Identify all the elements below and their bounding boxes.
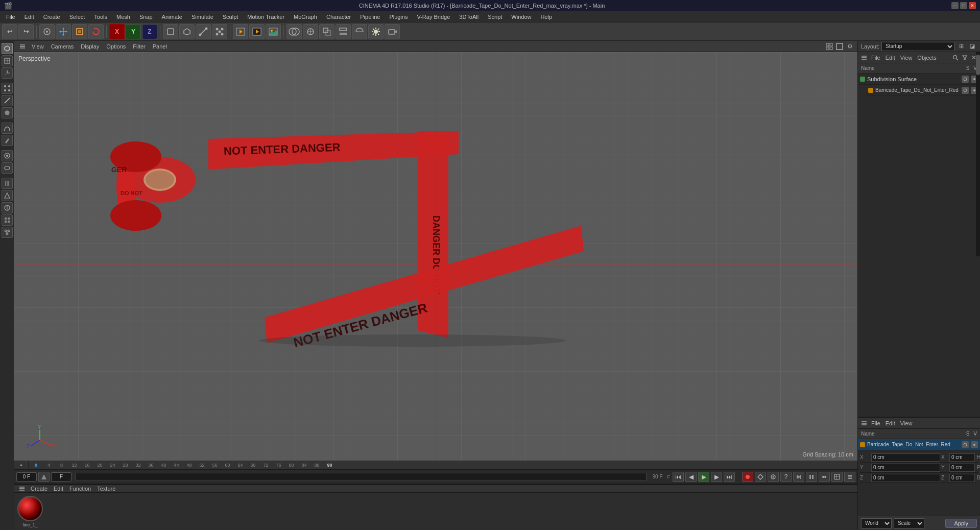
attr-x-pos-input[interactable] <box>871 453 940 462</box>
move-button[interactable] <box>56 24 71 39</box>
right-scrollbar-thumb[interactable] <box>976 55 980 75</box>
floor-button[interactable] <box>336 24 351 39</box>
goto-end-button[interactable]: ⏭ <box>724 472 735 482</box>
attr-view-menu[interactable]: View <box>898 420 915 427</box>
attr-apply-button[interactable]: Apply <box>945 519 977 528</box>
axis-y-button[interactable]: Y <box>126 24 141 39</box>
maximize-button[interactable]: □ <box>960 2 967 9</box>
menu-file[interactable]: File <box>2 13 19 21</box>
tool-extra-4[interactable] <box>2 227 13 238</box>
attr-z-pos-input[interactable] <box>871 474 940 482</box>
attr-y-pos-input[interactable] <box>871 464 940 472</box>
menu-plugins[interactable]: Plugins <box>385 13 412 21</box>
boole-button[interactable] <box>286 24 302 39</box>
menu-mesh[interactable]: Mesh <box>112 13 134 21</box>
menu-motion-tracker[interactable]: Motion Tracker <box>243 13 289 21</box>
obj-filter-icon[interactable] <box>961 54 969 62</box>
obj-row-barricade[interactable]: Barricade_Tape_Do_Not_Enter_Red <box>866 85 980 96</box>
vp-options-menu[interactable]: Options <box>103 43 129 50</box>
menu-vray-bridge[interactable]: V-Ray Bridge <box>413 13 454 21</box>
live-selection-button[interactable] <box>39 24 55 39</box>
tool-extra-1[interactable] <box>2 190 13 201</box>
tool-points[interactable] <box>2 83 13 94</box>
attr-sz-input[interactable] <box>949 474 975 482</box>
obj-view-menu[interactable]: View <box>898 54 915 61</box>
timeline-ruler[interactable]: ● 0 4 8 12 16 20 24 28 32 36 40 44 48 52… <box>14 461 857 470</box>
menu-character[interactable]: Character <box>322 13 355 21</box>
right-panel-scrollbar[interactable] <box>976 52 980 256</box>
close-button[interactable]: ✕ <box>969 2 976 9</box>
menu-tools[interactable]: Tools <box>90 13 111 21</box>
menu-mograph[interactable]: MoGraph <box>290 13 321 21</box>
vp-maximize-icon[interactable] <box>835 42 844 51</box>
timeline-more-4[interactable] <box>831 472 843 482</box>
playback-bar[interactable] <box>75 473 647 481</box>
key-pos-button[interactable]: ? <box>780 472 792 482</box>
attr-selected-object-row[interactable]: Barricade_Tape_Do_Not_Enter_Red <box>858 439 980 450</box>
layout-extra-2[interactable]: ◪ <box>968 42 977 51</box>
redo-button[interactable]: ↪ <box>18 24 34 39</box>
timeline-more-1[interactable] <box>793 472 804 482</box>
mode-polygon-button[interactable] <box>179 24 195 39</box>
vp-layout-icon[interactable] <box>825 42 834 51</box>
tool-sculpt-1[interactable] <box>2 150 13 161</box>
tool-edges[interactable] <box>2 95 13 106</box>
attr-flag-v[interactable] <box>971 441 978 448</box>
obj-flag-s-subdivision[interactable] <box>962 76 969 83</box>
vp-panel-menu[interactable]: Panel <box>150 43 170 50</box>
menu-animate[interactable]: Animate <box>158 13 186 21</box>
minimize-button[interactable]: — <box>951 2 959 9</box>
sky-button[interactable] <box>352 24 367 39</box>
light-button[interactable] <box>368 24 384 39</box>
camera-button[interactable] <box>385 24 400 39</box>
timeline-more-5[interactable] <box>844 472 855 482</box>
null-button[interactable] <box>303 24 318 39</box>
tool-model[interactable] <box>2 43 13 54</box>
tool-axis[interactable] <box>2 67 13 79</box>
menu-pipeline[interactable]: Pipeline <box>356 13 384 21</box>
vp-filter-menu[interactable]: Filter <box>130 43 148 50</box>
menu-3dtoall[interactable]: 3DToAll <box>455 13 483 21</box>
obj-flag-s-barricade[interactable] <box>962 87 969 94</box>
tool-sculpt-2[interactable] <box>2 162 13 174</box>
obj-edit-menu[interactable]: Edit <box>883 54 897 61</box>
tool-extra-3[interactable] <box>2 214 13 226</box>
mode-point-button[interactable] <box>212 24 227 39</box>
rotate-button[interactable] <box>88 24 104 39</box>
undo-button[interactable]: ↩ <box>2 24 17 39</box>
tool-hair[interactable] <box>2 178 13 189</box>
tool-paint[interactable] <box>2 135 13 146</box>
vp-view-menu[interactable]: View <box>29 43 47 50</box>
record-button[interactable] <box>742 472 753 482</box>
menu-simulate[interactable]: Simulate <box>187 13 218 21</box>
attr-sy-input[interactable] <box>949 464 975 472</box>
attr-edit-menu[interactable]: Edit <box>883 420 897 427</box>
render-picture-viewer-button[interactable] <box>266 24 281 39</box>
mode-edge-button[interactable] <box>196 24 211 39</box>
vp-settings-icon[interactable]: ⚙ <box>845 42 854 51</box>
obj-objects-menu[interactable]: Objects <box>915 54 938 61</box>
tool-polygons[interactable] <box>2 107 13 118</box>
material-item-1[interactable]: line_1_ <box>17 496 43 527</box>
tool-texture[interactable] <box>2 55 13 66</box>
attr-coord-mode-select[interactable]: World Local Object <box>861 518 892 528</box>
mode-object-button[interactable] <box>163 24 178 39</box>
auto-key-button[interactable] <box>755 472 766 482</box>
goto-start-button[interactable]: ⏮ <box>673 472 684 482</box>
mat-create-menu[interactable]: Create <box>29 485 50 492</box>
axis-x-button[interactable]: X <box>109 24 125 39</box>
material-menu-icon[interactable] <box>17 485 27 492</box>
3d-viewport[interactable]: GER DO NOT NOT ENTER DANGER DANGER DO NO… <box>14 52 857 461</box>
menu-window[interactable]: Window <box>507 13 535 21</box>
attr-transform-mode-select[interactable]: Scale Position Rotation <box>894 518 924 528</box>
key-frame-button[interactable] <box>38 472 50 482</box>
axis-z-button[interactable]: Z <box>142 24 157 39</box>
attr-file-menu[interactable]: File <box>869 420 882 427</box>
instance-button[interactable] <box>319 24 334 39</box>
vp-cameras-menu[interactable]: Cameras <box>48 43 77 50</box>
scale-button[interactable] <box>72 24 87 39</box>
menu-edit[interactable]: Edit <box>20 13 38 21</box>
step-back-button[interactable]: ◀ <box>685 472 697 482</box>
tool-spline[interactable] <box>2 123 13 134</box>
menu-script[interactable]: Script <box>484 13 506 21</box>
